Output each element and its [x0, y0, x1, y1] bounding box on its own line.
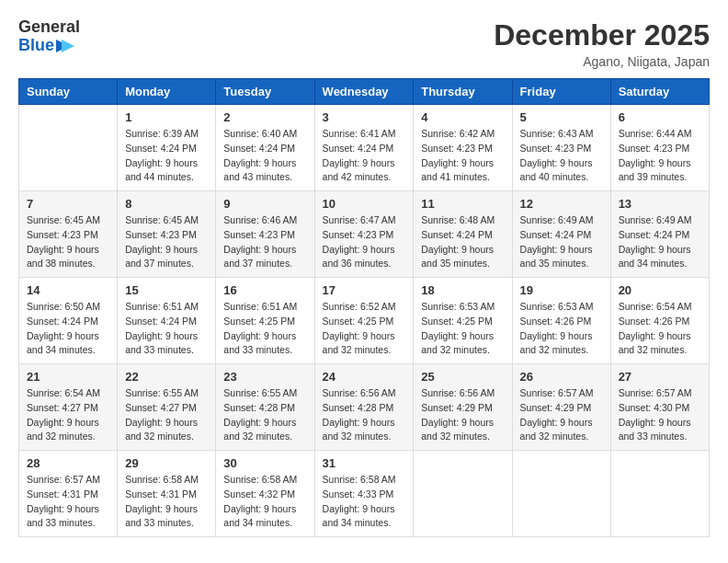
- calendar-cell: 30Sunrise: 6:58 AMSunset: 4:32 PMDayligh…: [216, 451, 314, 537]
- calendar-cell: 1Sunrise: 6:39 AMSunset: 4:24 PMDaylight…: [118, 105, 216, 191]
- day-info: Sunrise: 6:57 AMSunset: 4:31 PMDaylight:…: [27, 473, 109, 531]
- day-info: Sunrise: 6:40 AMSunset: 4:24 PMDaylight:…: [223, 127, 306, 185]
- svg-marker-1: [62, 40, 74, 52]
- day-number: 25: [421, 370, 504, 384]
- day-number: 7: [27, 197, 109, 211]
- day-info: Sunrise: 6:43 AMSunset: 4:23 PMDaylight:…: [520, 127, 603, 185]
- calendar-cell: [610, 451, 709, 537]
- day-info: Sunrise: 6:50 AMSunset: 4:24 PMDaylight:…: [27, 300, 109, 358]
- day-number: 14: [27, 283, 109, 297]
- month-title: December 2025: [494, 18, 710, 52]
- day-number: 3: [323, 110, 406, 124]
- day-info: Sunrise: 6:55 AMSunset: 4:28 PMDaylight:…: [223, 386, 306, 444]
- calendar-cell: 2Sunrise: 6:40 AMSunset: 4:24 PMDaylight…: [216, 105, 314, 191]
- calendar-cell: 9Sunrise: 6:46 AMSunset: 4:23 PMDaylight…: [216, 191, 314, 278]
- calendar-cell: 12Sunrise: 6:49 AMSunset: 4:24 PMDayligh…: [512, 191, 610, 278]
- day-number: 24: [323, 370, 406, 384]
- day-info: Sunrise: 6:54 AMSunset: 4:26 PMDaylight:…: [619, 300, 701, 358]
- day-number: 9: [223, 197, 306, 211]
- day-info: Sunrise: 6:58 AMSunset: 4:32 PMDaylight:…: [223, 473, 306, 531]
- day-info: Sunrise: 6:57 AMSunset: 4:30 PMDaylight:…: [619, 386, 701, 444]
- calendar-cell: 17Sunrise: 6:52 AMSunset: 4:25 PMDayligh…: [314, 278, 414, 364]
- day-info: Sunrise: 6:45 AMSunset: 4:23 PMDaylight:…: [125, 213, 208, 271]
- day-number: 21: [27, 370, 109, 384]
- day-number: 16: [223, 283, 306, 297]
- calendar-cell: 23Sunrise: 6:55 AMSunset: 4:28 PMDayligh…: [216, 364, 314, 451]
- day-info: Sunrise: 6:48 AMSunset: 4:24 PMDaylight:…: [421, 213, 504, 271]
- calendar-cell: [512, 451, 610, 537]
- logo-wordmark: General Blue: [18, 18, 80, 55]
- calendar-cell: 7Sunrise: 6:45 AMSunset: 4:23 PMDaylight…: [19, 191, 118, 278]
- title-block: December 2025 Agano, Niigata, Japan: [494, 18, 710, 69]
- day-info: Sunrise: 6:44 AMSunset: 4:23 PMDaylight:…: [619, 127, 701, 185]
- calendar-cell: 19Sunrise: 6:53 AMSunset: 4:26 PMDayligh…: [512, 278, 610, 364]
- day-info: Sunrise: 6:51 AMSunset: 4:25 PMDaylight:…: [223, 300, 306, 358]
- day-info: Sunrise: 6:52 AMSunset: 4:25 PMDaylight:…: [323, 300, 406, 358]
- day-number: 15: [125, 283, 208, 297]
- day-number: 19: [520, 283, 603, 297]
- calendar-cell: 3Sunrise: 6:41 AMSunset: 4:24 PMDaylight…: [314, 105, 414, 191]
- calendar-cell: 10Sunrise: 6:47 AMSunset: 4:23 PMDayligh…: [314, 191, 414, 278]
- calendar-cell: 13Sunrise: 6:49 AMSunset: 4:24 PMDayligh…: [610, 191, 709, 278]
- day-info: Sunrise: 6:56 AMSunset: 4:29 PMDaylight:…: [421, 386, 504, 444]
- calendar-cell: 18Sunrise: 6:53 AMSunset: 4:25 PMDayligh…: [414, 278, 512, 364]
- day-number: 2: [223, 110, 306, 124]
- calendar-week-4: 21Sunrise: 6:54 AMSunset: 4:27 PMDayligh…: [19, 364, 710, 451]
- day-number: 8: [125, 197, 208, 211]
- day-number: 23: [223, 370, 306, 384]
- calendar-cell: 15Sunrise: 6:51 AMSunset: 4:24 PMDayligh…: [118, 278, 216, 364]
- calendar-cell: 4Sunrise: 6:42 AMSunset: 4:23 PMDaylight…: [414, 105, 512, 191]
- calendar-cell: 5Sunrise: 6:43 AMSunset: 4:23 PMDaylight…: [512, 105, 610, 191]
- calendar-week-5: 28Sunrise: 6:57 AMSunset: 4:31 PMDayligh…: [19, 451, 710, 537]
- day-info: Sunrise: 6:57 AMSunset: 4:29 PMDaylight:…: [520, 386, 603, 444]
- calendar-cell: 11Sunrise: 6:48 AMSunset: 4:24 PMDayligh…: [414, 191, 512, 278]
- day-info: Sunrise: 6:53 AMSunset: 4:26 PMDaylight:…: [520, 300, 603, 358]
- day-info: Sunrise: 6:47 AMSunset: 4:23 PMDaylight:…: [323, 213, 406, 271]
- day-number: 20: [619, 283, 701, 297]
- calendar-cell: 28Sunrise: 6:57 AMSunset: 4:31 PMDayligh…: [19, 451, 118, 537]
- column-header-saturday: Saturday: [610, 79, 709, 105]
- calendar-table: SundayMondayTuesdayWednesdayThursdayFrid…: [18, 78, 710, 537]
- day-number: 12: [520, 197, 603, 211]
- calendar-cell: 16Sunrise: 6:51 AMSunset: 4:25 PMDayligh…: [216, 278, 314, 364]
- day-info: Sunrise: 6:46 AMSunset: 4:23 PMDaylight:…: [223, 213, 306, 271]
- day-number: 17: [323, 283, 406, 297]
- day-number: 31: [323, 456, 406, 470]
- calendar-cell: [414, 451, 512, 537]
- day-info: Sunrise: 6:53 AMSunset: 4:25 PMDaylight:…: [421, 300, 504, 358]
- day-number: 30: [223, 456, 306, 470]
- calendar-cell: 8Sunrise: 6:45 AMSunset: 4:23 PMDaylight…: [118, 191, 216, 278]
- day-info: Sunrise: 6:49 AMSunset: 4:24 PMDaylight:…: [619, 213, 701, 271]
- calendar-cell: 31Sunrise: 6:58 AMSunset: 4:33 PMDayligh…: [314, 451, 414, 537]
- calendar-cell: 21Sunrise: 6:54 AMSunset: 4:27 PMDayligh…: [19, 364, 118, 451]
- day-info: Sunrise: 6:55 AMSunset: 4:27 PMDaylight:…: [125, 386, 208, 444]
- day-number: 10: [323, 197, 406, 211]
- calendar-cell: 24Sunrise: 6:56 AMSunset: 4:28 PMDayligh…: [314, 364, 414, 451]
- calendar-cell: 6Sunrise: 6:44 AMSunset: 4:23 PMDaylight…: [610, 105, 709, 191]
- day-info: Sunrise: 6:45 AMSunset: 4:23 PMDaylight:…: [27, 213, 109, 271]
- day-number: 29: [125, 456, 208, 470]
- calendar-cell: 26Sunrise: 6:57 AMSunset: 4:29 PMDayligh…: [512, 364, 610, 451]
- day-info: Sunrise: 6:58 AMSunset: 4:31 PMDaylight:…: [125, 473, 208, 531]
- calendar-cell: [19, 105, 118, 191]
- calendar-cell: 22Sunrise: 6:55 AMSunset: 4:27 PMDayligh…: [118, 364, 216, 451]
- calendar-week-2: 7Sunrise: 6:45 AMSunset: 4:23 PMDaylight…: [19, 191, 710, 278]
- column-header-thursday: Thursday: [414, 79, 512, 105]
- day-number: 27: [619, 370, 701, 384]
- column-header-tuesday: Tuesday: [216, 79, 314, 105]
- day-number: 22: [125, 370, 208, 384]
- calendar-cell: 27Sunrise: 6:57 AMSunset: 4:30 PMDayligh…: [610, 364, 709, 451]
- calendar-cell: 20Sunrise: 6:54 AMSunset: 4:26 PMDayligh…: [610, 278, 709, 364]
- day-info: Sunrise: 6:54 AMSunset: 4:27 PMDaylight:…: [27, 386, 109, 444]
- day-number: 1: [125, 110, 208, 124]
- day-info: Sunrise: 6:51 AMSunset: 4:24 PMDaylight:…: [125, 300, 208, 358]
- column-header-friday: Friday: [512, 79, 610, 105]
- page-header: General Blue December 2025 Agano, Niigat…: [18, 18, 710, 69]
- day-number: 18: [421, 283, 504, 297]
- calendar-cell: 25Sunrise: 6:56 AMSunset: 4:29 PMDayligh…: [414, 364, 512, 451]
- column-header-monday: Monday: [118, 79, 216, 105]
- logo-blue: Blue: [18, 37, 54, 55]
- calendar-header-row: SundayMondayTuesdayWednesdayThursdayFrid…: [19, 79, 710, 105]
- logo-general: General: [18, 18, 80, 37]
- calendar-cell: 29Sunrise: 6:58 AMSunset: 4:31 PMDayligh…: [118, 451, 216, 537]
